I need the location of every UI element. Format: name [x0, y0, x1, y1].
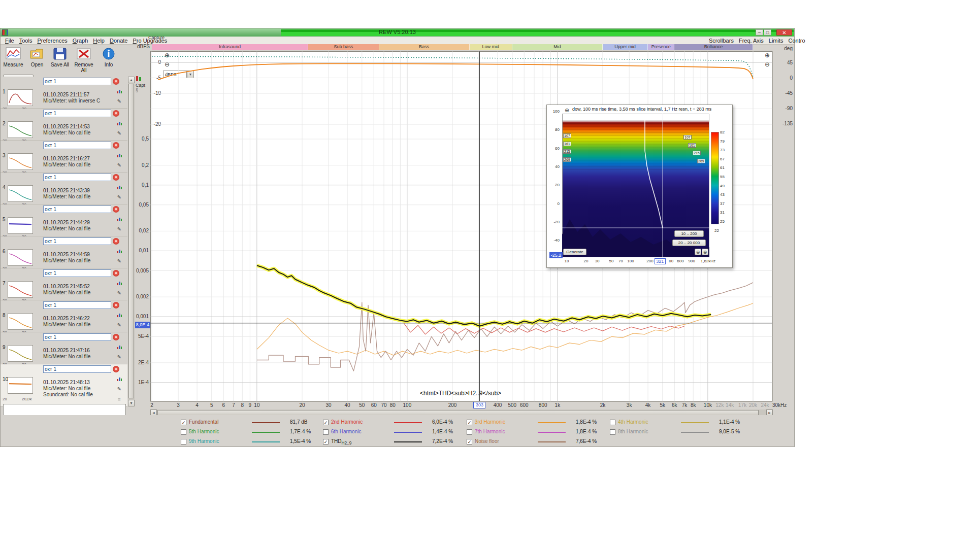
scroll-down-icon[interactable]: ▼ — [128, 400, 135, 406]
legend-checkbox[interactable] — [181, 439, 186, 444]
delete-measurement-icon[interactable]: ✕ — [113, 270, 119, 277]
measurement-name-input[interactable] — [43, 78, 111, 85]
range-10-200-button[interactable]: 10 .. 200 — [674, 230, 704, 237]
measurement-name-input[interactable] — [43, 365, 111, 373]
measurement-item-9[interactable]: ✕9202001.10.2025 21:47:16Mic/Meter: No c… — [1, 332, 127, 364]
measurement-item-2[interactable]: ✕2202001.10.2025 21:14:53Mic/Meter: No c… — [1, 109, 127, 141]
distortion-graph-icon[interactable] — [116, 312, 123, 318]
zoom-out-right-icon[interactable]: ⊖ — [764, 61, 771, 68]
distortion-graph-icon[interactable] — [116, 88, 123, 94]
measurement-item-1[interactable]: ✕1202001.10.2025 21:11:57Mic/Meter: with… — [1, 77, 127, 109]
edit-pencil-icon[interactable]: ✎ — [116, 226, 123, 232]
range-20-20000-button[interactable]: 20 .. 20 000 — [672, 239, 706, 246]
spec-zoom-in-icon[interactable]: ⊕ — [564, 107, 570, 114]
measurement-item-8[interactable]: ✕8202001.10.2025 21:46:22Mic/Meter: No c… — [1, 300, 127, 332]
minimize-button[interactable]: – — [756, 29, 763, 36]
spec-range-plus-icon[interactable]: ⊕ — [702, 249, 708, 255]
maximize-button[interactable]: □ — [764, 29, 771, 36]
menu-help[interactable]: Help — [90, 38, 107, 44]
menu-preferences[interactable]: Preferences — [35, 38, 70, 44]
spectrogram-window[interactable]: dow, 100 ms rise time, 3,58 ms slice int… — [546, 105, 733, 268]
edit-pencil-icon[interactable]: ✎ — [116, 386, 123, 392]
edit-pencil-icon[interactable]: ✎ — [116, 162, 123, 168]
delete-measurement-icon[interactable]: ✕ — [113, 334, 119, 340]
spec-range-minus-icon[interactable]: ⊖ — [695, 249, 701, 255]
edit-pencil-icon[interactable]: ✎ — [116, 194, 123, 200]
notes-icon[interactable]: ≡ — [116, 396, 123, 402]
measure-button[interactable]: Measure — [2, 47, 25, 67]
measurement-item-10[interactable]: ✕102020,0k01.10.2025 21:48:13Mic/Meter: … — [1, 364, 127, 406]
legend-line-sample — [538, 432, 566, 433]
edit-pencil-icon[interactable]: ✎ — [116, 290, 123, 296]
menu-tools[interactable]: Tools — [17, 38, 35, 44]
measurement-name-input[interactable] — [43, 142, 111, 149]
scrollbar-thumb[interactable] — [128, 84, 134, 398]
title-bar[interactable]: REW V5.20.13 – □ ✕ — [1, 28, 794, 37]
delete-measurement-icon[interactable]: ✕ — [113, 142, 119, 149]
delete-measurement-icon[interactable]: ✕ — [113, 366, 119, 372]
delete-measurement-icon[interactable]: ✕ — [113, 206, 119, 213]
legend-checkbox[interactable]: ✓ — [181, 420, 186, 425]
distortion-graph-icon[interactable] — [116, 344, 123, 350]
menu-scrollbars[interactable]: Scrollbars — [706, 38, 736, 44]
info-button[interactable]: Info — [97, 47, 120, 67]
measurement-name-input[interactable] — [43, 269, 111, 277]
delete-measurement-icon[interactable]: ✕ — [113, 174, 119, 181]
distortion-graph-icon[interactable] — [116, 375, 123, 382]
measurement-item-6[interactable]: ✕6202001.10.2025 21:44:59Mic/Meter: No c… — [1, 236, 127, 268]
scroll-up-icon[interactable]: ▲ — [128, 77, 135, 83]
edit-pencil-icon[interactable]: ✎ — [116, 258, 123, 264]
delete-measurement-icon[interactable]: ✕ — [113, 238, 119, 245]
edit-pencil-icon[interactable]: ✎ — [116, 322, 123, 328]
legend-checkbox[interactable] — [467, 429, 472, 435]
measurement-name-input[interactable] — [43, 333, 111, 341]
measurement-name-input[interactable] — [43, 206, 111, 213]
measurement-item-7[interactable]: ✕7202001.10.2025 21:45:52Mic/Meter: No c… — [1, 268, 127, 300]
save-all-button[interactable]: Save All — [48, 47, 72, 67]
legend-checkbox[interactable] — [181, 429, 186, 435]
generate-button[interactable]: Generate — [563, 249, 586, 255]
y-axis-unit-select[interactable]: dBFS — [163, 71, 187, 78]
legend-checkbox[interactable] — [323, 429, 329, 435]
legend-line-sample — [252, 432, 280, 433]
close-button[interactable]: ✕ — [776, 29, 792, 36]
legend-checkbox[interactable] — [610, 420, 615, 425]
distortion-graph-icon[interactable] — [116, 120, 123, 126]
remove-all-button[interactable]: Remove All — [72, 47, 95, 73]
zoom-in-right-icon[interactable]: ⊕ — [764, 52, 771, 59]
legend-checkbox[interactable]: ✓ — [323, 439, 329, 444]
distortion-graph-icon[interactable] — [116, 184, 123, 190]
menu-contro[interactable]: Contro — [786, 38, 808, 44]
legend-checkbox[interactable] — [610, 429, 615, 435]
distortion-graph-icon[interactable] — [116, 280, 123, 286]
menu-graph[interactable]: Graph — [70, 38, 91, 44]
dropdown-arrow-icon[interactable]: ▼ — [187, 71, 194, 78]
edit-pencil-icon[interactable]: ✎ — [116, 354, 123, 360]
menu-limits[interactable]: Limits — [766, 38, 786, 44]
distortion-graph-icon[interactable] — [116, 248, 123, 254]
measurement-item-4[interactable]: ✕4202001.10.2025 21:43:39Mic/Meter: No c… — [1, 173, 127, 204]
delete-measurement-icon[interactable]: ✕ — [113, 302, 119, 309]
edit-pencil-icon[interactable]: ✎ — [116, 130, 123, 136]
legend-checkbox[interactable]: ✓ — [467, 439, 472, 444]
legend-checkbox[interactable]: ✓ — [467, 420, 472, 425]
measurement-name-input[interactable] — [43, 174, 111, 181]
distortion-graph-icon[interactable] — [116, 216, 123, 222]
menu-donate[interactable]: Donate — [107, 38, 130, 44]
measurement-item-5[interactable]: ✕5202001.10.2025 21:44:29Mic/Meter: No c… — [1, 204, 127, 236]
legend-checkbox[interactable]: ✓ — [323, 420, 329, 425]
zoom-in-left-icon[interactable]: ⊕ — [164, 52, 171, 59]
measurement-item-3[interactable]: ✕3202001.10.2025 21:16:27Mic/Meter: No c… — [1, 141, 127, 173]
menu-freq-axis[interactable]: Freq. Axis — [736, 38, 766, 44]
measurement-name-input[interactable] — [43, 237, 111, 245]
delete-measurement-icon[interactable]: ✕ — [113, 78, 119, 85]
open-button[interactable]: Open — [25, 47, 49, 67]
menu-file[interactable]: File — [3, 38, 17, 44]
zoom-out-left-icon[interactable]: ⊖ — [164, 61, 171, 68]
edit-pencil-icon[interactable]: ✎ — [116, 98, 123, 105]
measurement-name-input[interactable] — [43, 110, 111, 117]
delete-measurement-icon[interactable]: ✕ — [113, 110, 119, 117]
measurement-name-input[interactable] — [43, 301, 111, 309]
distortion-graph-icon[interactable] — [116, 152, 123, 158]
measurement-list-scrollbar[interactable]: ▲ ▼ — [128, 77, 135, 406]
